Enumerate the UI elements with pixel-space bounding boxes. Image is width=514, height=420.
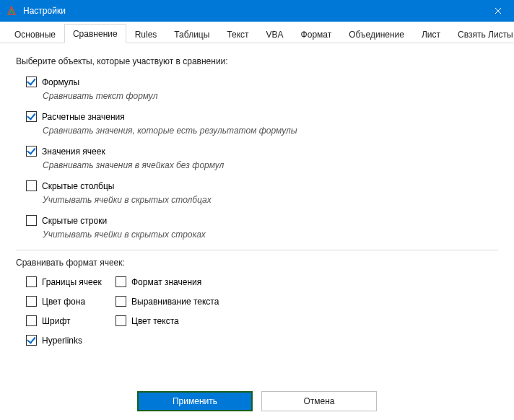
- tab-sheet[interactable]: Лист: [413, 25, 449, 43]
- checkbox-label: Формат значения: [131, 277, 201, 287]
- option-formulas: Формулы Сравнивать текст формул: [26, 76, 498, 101]
- tab-merge[interactable]: Объединение: [340, 25, 413, 43]
- checkbox-text-color[interactable]: [116, 315, 126, 326]
- checkbox-align[interactable]: [116, 296, 126, 307]
- checkbox-bgcolor[interactable]: [26, 296, 37, 307]
- checkbox-formulas[interactable]: [26, 76, 37, 87]
- tab-link-sheets[interactable]: Свзять Листы: [449, 25, 514, 43]
- format-option-hyperlinks: Hyperlinks: [26, 335, 113, 346]
- format-option-text-color: Цвет текста: [116, 315, 245, 326]
- option-desc: Сравнивать текст формул: [43, 91, 498, 101]
- format-option-borders: Границы ячеек: [26, 276, 113, 287]
- titlebar: Настройки: [0, 0, 514, 22]
- apply-button[interactable]: Применить: [137, 391, 253, 411]
- tab-rules[interactable]: Rules: [126, 25, 166, 43]
- tabstrip: Основные Сравнение Rules Таблицы Текст V…: [0, 22, 514, 43]
- checkbox-hidden-rows[interactable]: [26, 215, 37, 226]
- format-option-font: Шрифт: [26, 315, 113, 326]
- checkbox-hidden-cols[interactable]: [26, 180, 37, 191]
- option-desc: Сравнивать значения, которые есть резуль…: [43, 126, 498, 136]
- tab-compare[interactable]: Сравнение: [64, 24, 126, 43]
- option-hidden-rows: Скрытые строки Учитывать ячейки в скрыты…: [26, 215, 498, 240]
- tab-vba[interactable]: VBA: [258, 25, 292, 43]
- option-hidden-cols: Скрытые столбцы Учитывать ячейки в скрыт…: [26, 180, 498, 205]
- tab-main[interactable]: Основные: [6, 25, 64, 43]
- checkbox-label: Скрытые столбцы: [42, 181, 115, 191]
- cancel-button[interactable]: Отмена: [261, 391, 377, 411]
- format-grid: Границы ячеек Формат значения Цвет фона …: [26, 276, 498, 346]
- format-option-align: Выравнивание текста: [116, 296, 245, 307]
- tab-format[interactable]: Формат: [292, 25, 341, 43]
- checkbox-label: Hyperlinks: [42, 336, 82, 346]
- option-desc: Учитывать ячейки в скрытых столбцах: [43, 195, 498, 205]
- checkbox-label: Формулы: [42, 77, 79, 87]
- checkbox-font[interactable]: [26, 315, 37, 326]
- checkbox-label: Шрифт: [42, 316, 70, 326]
- intro-text: Выберите объекты, которые участвуют в ср…: [16, 56, 498, 66]
- format-option-bgcolor: Цвет фона: [26, 296, 113, 307]
- format-option-number-format: Формат значения: [116, 276, 245, 287]
- checkbox-label: Границы ячеек: [42, 277, 102, 287]
- checkbox-label: Выравнивание текста: [131, 297, 219, 307]
- checkbox-cell-values[interactable]: [26, 146, 37, 157]
- window-title: Настройки: [23, 6, 482, 16]
- checkbox-label: Значения ячеек: [42, 146, 105, 157]
- checkbox-number-format[interactable]: [116, 276, 126, 287]
- checkbox-label: Цвет фона: [42, 297, 85, 307]
- divider: [16, 250, 498, 250]
- footer: Применить Отмена: [0, 382, 514, 420]
- checkbox-borders[interactable]: [26, 276, 37, 287]
- checkbox-calculated[interactable]: [26, 111, 37, 122]
- checkbox-label: Цвет текста: [131, 316, 179, 326]
- tab-tables[interactable]: Таблицы: [165, 25, 218, 43]
- checkbox-label: Расчетные значения: [42, 112, 125, 122]
- checkbox-hyperlinks[interactable]: [26, 335, 37, 346]
- option-desc: Сравнивать значения в ячейках без формул: [43, 160, 498, 170]
- option-cell-values: Значения ячеек Сравнивать значения в яче…: [26, 146, 498, 170]
- checkbox-label: Скрытые строки: [42, 216, 107, 226]
- tab-text[interactable]: Текст: [218, 25, 257, 43]
- option-desc: Учитывать ячейки в скрытых строках: [43, 229, 498, 240]
- app-icon: [6, 5, 17, 17]
- format-section-label: Сравнивать формат ячеек:: [16, 258, 498, 268]
- tab-content: Выберите объекты, которые участвуют в ср…: [0, 43, 514, 382]
- option-calculated: Расчетные значения Сравнивать значения, …: [26, 111, 498, 136]
- close-button[interactable]: [482, 0, 514, 22]
